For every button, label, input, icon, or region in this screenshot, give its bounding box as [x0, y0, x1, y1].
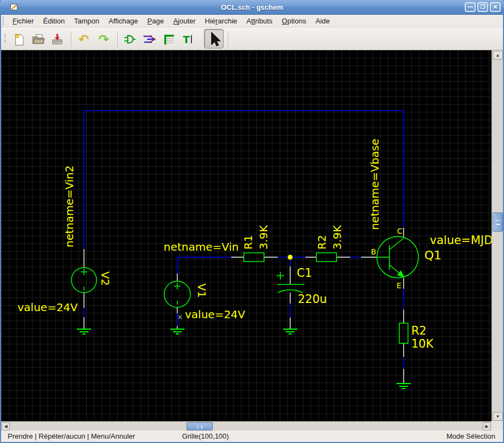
component-r2b-resistor[interactable]: [399, 323, 408, 343]
r2a-refdes-label[interactable]: R2: [315, 235, 328, 250]
menubar-gripper[interactable]: [3, 16, 7, 25]
thumb-grip: [496, 220, 501, 224]
horizontal-scrollbar-thumb[interactable]: [187, 422, 213, 430]
vertical-scrollbar[interactable]: ▲ ▼: [491, 50, 503, 421]
menu-edition[interactable]: Édition: [39, 15, 69, 27]
menu-bar: Fichier Édition Tampon Affichage Page Aj…: [1, 15, 503, 27]
v1-refdes-label[interactable]: V1: [195, 283, 208, 298]
select-mode-button[interactable]: [204, 29, 224, 48]
c1-value-label[interactable]: 220u: [298, 293, 327, 306]
save-button[interactable]: [50, 32, 65, 46]
ground-symbols[interactable]: [77, 329, 411, 389]
add-net-icon: [142, 32, 157, 46]
q1-refdes-label[interactable]: Q1: [424, 248, 441, 262]
toolbar: ↶ ↷: [1, 27, 503, 50]
status-grid-setting: Grille(100,100): [182, 432, 229, 440]
scroll-down-button[interactable]: ▼: [493, 412, 503, 421]
scroll-left-button[interactable]: ◀: [2, 422, 10, 430]
menu-attributs[interactable]: Attributs: [243, 15, 277, 27]
gschem-window: OCL.sch - gschem — ❐ ✕ Fichier Édition T…: [0, 0, 504, 443]
netname-vin-label[interactable]: netname=Vin: [164, 240, 239, 253]
emitter-arrow: [397, 270, 404, 277]
maximize-button[interactable]: ❐: [477, 2, 488, 12]
r2b-refdes-label[interactable]: R2: [411, 324, 427, 337]
svg-text:T: T: [183, 33, 190, 45]
r1-refdes-label[interactable]: R1: [242, 235, 255, 250]
add-component-icon: [123, 32, 137, 46]
menu-options[interactable]: Options: [278, 15, 310, 27]
add-text-icon: T: [181, 32, 195, 46]
new-file-icon: [12, 32, 26, 46]
toolbar-separator: [71, 32, 72, 47]
title-bar[interactable]: OCL.sch - gschem — ❐ ✕: [0, 0, 504, 15]
r1-value-label[interactable]: 3.9K: [257, 224, 270, 250]
menu-hierarchie[interactable]: Hiérarchie: [201, 15, 241, 27]
status-middle-button-hint: Prendre | Répéter/aucun | Menu/Annuler: [8, 432, 135, 440]
open-button[interactable]: [31, 32, 46, 46]
component-r1-resistor[interactable]: [244, 253, 264, 262]
window-title: OCL.sch - gschem: [0, 3, 504, 11]
add-bus-button[interactable]: [161, 32, 176, 46]
q1-pin-b-label: B: [371, 247, 376, 256]
netname-vin2-label[interactable]: netname=Vin2: [63, 166, 76, 248]
component-v2-source[interactable]: [71, 268, 97, 293]
new-button[interactable]: [12, 32, 27, 46]
mouse-cursor-mark: [178, 315, 182, 319]
menu-affichage[interactable]: Affichage: [105, 15, 142, 27]
component-v1-source[interactable]: [164, 281, 190, 307]
save-icon: [50, 32, 64, 46]
q1-pin-e-label: E: [397, 281, 401, 290]
add-bus-icon: [161, 32, 176, 46]
add-component-button[interactable]: [123, 32, 137, 46]
schematic-canvas[interactable]: netname=Vin2 V2 value=24V netname=Vin V1…: [1, 50, 491, 421]
toolbar-gripper[interactable]: [4, 34, 9, 43]
component-r2a-resistor[interactable]: [316, 253, 337, 262]
junction-dot: [288, 255, 293, 260]
menu-page[interactable]: Page: [143, 15, 167, 27]
add-net-button[interactable]: [142, 32, 157, 46]
select-arrow-icon: [205, 29, 223, 48]
status-bar: Prendre | Répéter/aucun | Menu/Annuler G…: [1, 430, 503, 442]
thumb-grip: [197, 425, 202, 429]
component-q1-transistor[interactable]: [377, 236, 418, 278]
toolbar-separator: [228, 32, 229, 47]
q1-value-label[interactable]: value=MJD: [430, 234, 491, 247]
pin-wires: [84, 228, 404, 384]
v2-refdes-label[interactable]: V2: [99, 271, 112, 286]
scroll-up-button[interactable]: ▲: [493, 51, 503, 59]
minimize-button[interactable]: —: [465, 2, 476, 12]
menu-ajouter[interactable]: Ajouter: [169, 15, 199, 27]
status-mode-indicator: Mode Sélection: [446, 432, 495, 440]
c1-refdes-label[interactable]: C1: [297, 266, 312, 280]
r2a-value-label[interactable]: 3.9K: [331, 224, 344, 250]
r2b-value-label[interactable]: 10K: [411, 337, 434, 350]
undo-button[interactable]: ↶: [76, 32, 91, 46]
toolbar-separator: [117, 32, 118, 47]
menu-fichier[interactable]: Fichier: [9, 15, 38, 27]
netname-vbase-label[interactable]: netname=Vbase: [368, 138, 381, 230]
open-folder-icon: [31, 32, 45, 46]
v2-value-label[interactable]: value=24V: [17, 301, 78, 314]
close-button[interactable]: ✕: [490, 2, 501, 12]
v1-value-label-selected[interactable]: value=24V: [185, 308, 245, 321]
redo-button[interactable]: ↷: [97, 32, 111, 46]
menu-tampon[interactable]: Tampon: [70, 15, 103, 27]
add-text-button[interactable]: T: [181, 32, 196, 46]
vertical-scrollbar-thumb[interactable]: [493, 213, 503, 232]
scroll-right-button[interactable]: ▶: [483, 422, 491, 430]
q1-pin-c-label: C: [397, 227, 403, 235]
horizontal-scrollbar[interactable]: ◀ ▶: [1, 421, 491, 430]
menu-aide[interactable]: Aide: [311, 15, 333, 27]
